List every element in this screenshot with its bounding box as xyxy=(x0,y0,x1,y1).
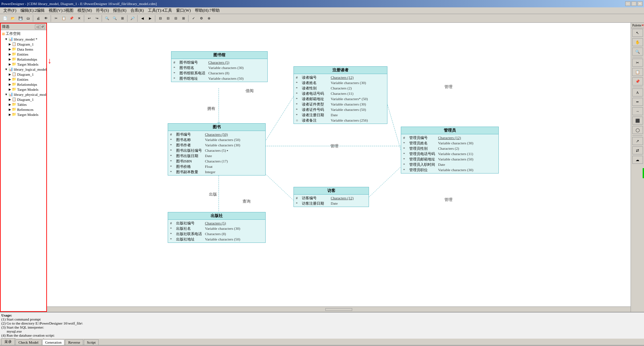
palette-line-btn[interactable]: ━ xyxy=(632,98,643,106)
palette-header: Palette ✕ xyxy=(631,23,644,28)
sep7 xyxy=(155,15,156,22)
menu-file[interactable]: 文件(F) xyxy=(1,7,18,14)
palette-hand-btn[interactable]: ✋ xyxy=(632,38,643,46)
entity-admin[interactable]: 管理员 #管理员编号Characters (12) *管理员姓名Variable… xyxy=(401,127,499,174)
close-button[interactable]: ✕ xyxy=(637,1,643,6)
tree-library-physical-model[interactable]: ▼ 📊 library_physical_model xyxy=(1,92,46,97)
tab-record[interactable]: 采录 xyxy=(1,338,15,345)
svg-line-5 xyxy=(367,167,401,199)
find-btn[interactable]: 🔎 xyxy=(129,15,136,22)
fit-btn[interactable]: ⊞ xyxy=(119,15,126,22)
menu-report[interactable]: 报告(R) xyxy=(111,7,128,14)
entity-reader[interactable]: 注册读者 #读者编号Characters (12) *读者姓名Variable … xyxy=(293,66,387,124)
zoomin-btn[interactable]: 🔍 xyxy=(103,15,111,22)
rel-own: 拥有 xyxy=(207,106,215,112)
entity-publisher[interactable]: 出版社 #出版社编号Characters (5) *出版社名Variable c… xyxy=(168,212,266,243)
menu-help[interactable]: 帮助(H):7帮助 xyxy=(193,7,222,14)
tree-diagram1-lm[interactable]: ▶ 📋 Diagram_1 xyxy=(1,42,46,47)
diagram-area[interactable]: ↓ 图书馆 #图书馆编号Characters (5) *图书馆名Variable… xyxy=(47,23,631,312)
menu-model[interactable]: 模型(M) xyxy=(75,7,94,14)
align-right-btn[interactable]: ⊟ xyxy=(172,15,179,22)
distribute-btn[interactable]: ⊞ xyxy=(180,15,187,22)
palette-zoom-btn[interactable]: 🔍 xyxy=(632,48,643,56)
palette-ellipse-btn[interactable]: ◯ xyxy=(632,126,643,134)
back-btn[interactable]: ◀ xyxy=(139,15,146,22)
filter-label: 筛选 xyxy=(2,24,9,29)
align-left-btn[interactable]: ⊟ xyxy=(157,15,164,22)
palette-copy-btn[interactable]: 📋 xyxy=(632,68,643,76)
entity-book[interactable]: 图书 #图书编号Characters (50) *图书名称Variable ch… xyxy=(168,123,266,176)
tree-target-models-lp[interactable]: ▶ 📁 Target Models xyxy=(1,112,46,117)
tree-target-models-lm[interactable]: ▶ 📁 Target Models xyxy=(1,62,46,67)
redo-btn[interactable]: ↪ xyxy=(93,15,101,22)
print-btn[interactable]: 🖨 xyxy=(35,15,42,22)
tree-relationships-ll[interactable]: ▶ 📁 Relationships xyxy=(1,82,46,87)
palette-sep3 xyxy=(632,135,643,136)
menu-tools[interactable]: 工具(T):4工具 xyxy=(146,7,174,14)
generate-btn[interactable]: ⚙ xyxy=(198,15,205,22)
tree-entities-lm[interactable]: ▶ 📁 Entities xyxy=(1,52,46,57)
palette-cut-btn[interactable]: ✂ xyxy=(632,59,643,67)
preview-btn[interactable]: 👁 xyxy=(42,15,50,22)
menu-symbol[interactable]: 符号(S) xyxy=(94,7,111,14)
palette-text-btn[interactable]: A xyxy=(632,88,643,96)
tree-workspace[interactable]: 🖥 工作空间 xyxy=(1,31,46,37)
palette-paste-btn[interactable]: 📌 xyxy=(632,77,643,85)
palette-select-btn[interactable]: ↖ xyxy=(632,29,643,37)
minimize-button[interactable]: ─ xyxy=(625,1,631,6)
open-btn[interactable]: 📂 xyxy=(9,15,16,22)
tree-diagram1-lp[interactable]: ▶ 📋 Diagram_1 xyxy=(1,97,46,102)
menu-edit[interactable]: 编辑(E):2编辑 xyxy=(18,7,47,14)
entity-admin-header: 管理员 xyxy=(401,127,498,134)
tree-target-models-ll[interactable]: ▶ 📁 Target Models xyxy=(1,87,46,92)
scroll-thumb[interactable] xyxy=(325,308,352,311)
refresh-btn[interactable]: ↺ xyxy=(40,24,45,29)
zoomout-btn[interactable]: 🔍 xyxy=(111,15,118,22)
tree-library-logical-model[interactable]: ▼ 📊 library_logical_model xyxy=(1,67,46,72)
entity-visitor[interactable]: 访客 #访客编号Characters (12) *访客注册日期Date xyxy=(293,187,369,207)
sep5 xyxy=(127,15,128,22)
tab-reverse[interactable]: Reverse xyxy=(65,339,83,345)
cut-btn[interactable]: ✂ xyxy=(52,15,60,22)
tree-relationships-lm[interactable]: ▶ 📁 Relationships xyxy=(1,57,46,62)
tree-entities-ll[interactable]: ▶ 📁 Entities xyxy=(1,77,46,82)
menu-bar: 文件(F) 编辑(E):2编辑 视图(V):3视图 模型(M) 符号(S) 报告… xyxy=(0,7,644,14)
diagram-scrollbar[interactable] xyxy=(47,306,631,312)
tree-library-model[interactable]: ▼ 📊 library_model * xyxy=(1,37,46,42)
delete-btn[interactable]: ✕ xyxy=(75,15,83,22)
tree-diagram1-ll[interactable]: ▶ 📋 Diagram_1 xyxy=(1,72,46,77)
restore-button[interactable]: □ xyxy=(631,1,637,6)
menu-window[interactable]: 窗口(W) xyxy=(174,7,193,14)
menu-view[interactable]: 视图(V):3视图 xyxy=(47,7,75,14)
align-center-btn[interactable]: ⊟ xyxy=(164,15,172,22)
undo-btn[interactable]: ↩ xyxy=(86,15,93,22)
menu-repo[interactable]: 合库(R) xyxy=(128,7,146,14)
palette-close-btn[interactable]: ✕ xyxy=(641,23,644,27)
collapse-btn[interactable]: ◁ xyxy=(35,24,40,29)
impact-btn[interactable]: ⊛ xyxy=(205,15,213,22)
palette-assoc-btn[interactable]: ⇄ xyxy=(632,146,643,154)
usage-line-2: (2) Go to the directory E:\PowerDesigner… xyxy=(1,321,643,325)
forward-btn[interactable]: ▶ xyxy=(147,15,154,22)
palette-link-btn[interactable]: ↗ xyxy=(632,137,643,145)
title-bar-buttons[interactable]: ─ □ ✕ xyxy=(625,1,643,6)
paste-btn[interactable]: 📌 xyxy=(68,15,75,22)
tab-generation[interactable]: Generation xyxy=(42,339,65,345)
palette-arrow-btn[interactable]: → xyxy=(632,107,643,115)
check-btn[interactable]: ✓ xyxy=(190,15,197,22)
save-all-btn[interactable]: 🗂 xyxy=(24,15,32,22)
tree-tables[interactable]: ▶ 📁 Tables xyxy=(1,102,46,107)
save-btn[interactable]: 💾 xyxy=(17,15,24,22)
copy-btn[interactable]: 📋 xyxy=(60,15,67,22)
red-arrow-indicator: ↓ xyxy=(48,56,52,65)
palette-cloud-btn[interactable]: ☁ xyxy=(632,156,643,164)
tab-check-model[interactable]: Check Model xyxy=(15,339,42,345)
new-btn[interactable]: 📄 xyxy=(1,15,9,22)
entity-library[interactable]: 图书馆 #图书馆编号Characters (5) *图书馆名Variable c… xyxy=(171,51,268,82)
entity-publisher-header: 出版社 xyxy=(168,212,265,220)
palette-rect-btn[interactable]: ⬛ xyxy=(632,117,643,125)
tree-data-items[interactable]: ▶ 📁 Data Items xyxy=(1,47,46,52)
tree-references[interactable]: ▶ 📁 References xyxy=(1,107,46,112)
tab-script[interactable]: Script xyxy=(84,339,99,345)
entity-admin-body: #管理员编号Characters (12) *管理员姓名Variable cha… xyxy=(401,134,498,173)
